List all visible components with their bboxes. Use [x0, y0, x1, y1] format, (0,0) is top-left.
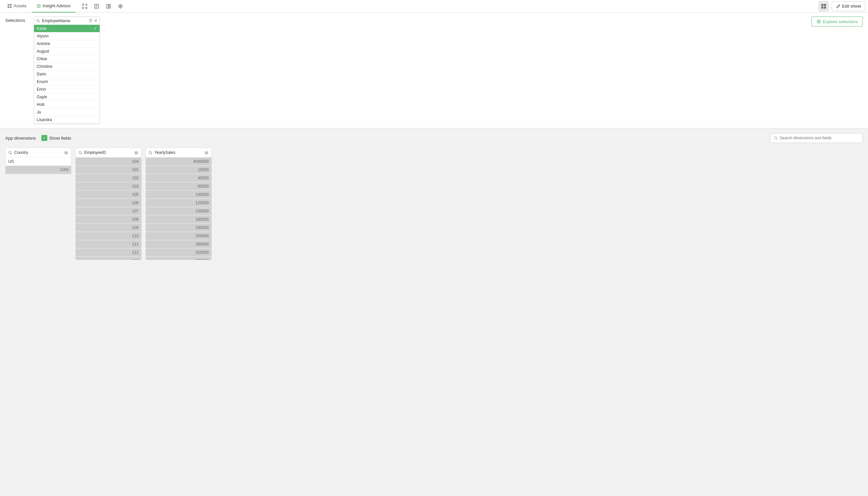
field-row[interactable]: 125000 — [146, 199, 211, 207]
field-row[interactable]: 108 — [76, 215, 141, 224]
field-row[interactable]: 40000 — [146, 174, 211, 182]
selection-item[interactable]: Alyson — [34, 32, 99, 40]
svg-rect-7 — [86, 4, 87, 5]
selection-item[interactable]: Erinn — [34, 86, 99, 93]
selection-item[interactable]: Kasie✓ — [34, 25, 99, 32]
svg-rect-20 — [821, 4, 823, 6]
field-row[interactable]: 100000 — [146, 190, 211, 199]
field-card-header: YearlySales — [146, 148, 211, 157]
field-row[interactable]: 112 — [76, 248, 141, 257]
grid-view-button[interactable] — [818, 1, 829, 12]
field-row[interactable]: 50000 — [146, 182, 211, 190]
field-card-header: EmployeeID — [76, 148, 141, 157]
svg-rect-1 — [10, 4, 12, 6]
field-row[interactable]: 113 — [76, 257, 141, 260]
selection-item[interactable]: Lisandra — [34, 116, 99, 124]
icon-btn-3[interactable] — [104, 2, 113, 11]
card-search-icon — [148, 150, 153, 155]
edit-icon — [836, 4, 840, 8]
field-card-body: USCAN — [6, 157, 71, 174]
field-row[interactable]: 190000 — [146, 224, 211, 232]
filter-search-icon — [36, 18, 40, 23]
svg-rect-11 — [107, 4, 108, 8]
svg-rect-8 — [82, 7, 84, 9]
field-row[interactable]: 107 — [76, 207, 141, 215]
selection-item[interactable]: Ja — [34, 109, 99, 116]
search-dimensions-icon — [774, 136, 778, 140]
topbar-icons — [80, 2, 125, 11]
field-card-menu-icon[interactable] — [134, 150, 139, 155]
edit-sheet-button[interactable]: Edit sheet — [832, 1, 865, 11]
selection-item[interactable]: Holli — [34, 101, 99, 109]
grid-icon — [821, 4, 826, 9]
explore-selections-label: Explore selections — [823, 19, 858, 24]
search-dimensions-input[interactable] — [780, 136, 859, 140]
icon-btn-4[interactable] — [116, 2, 125, 11]
selection-item[interactable]: Chloe — [34, 55, 99, 63]
selection-item[interactable]: Christine — [34, 63, 99, 71]
selection-item[interactable]: Enoch — [34, 78, 99, 86]
field-card-header: Country — [6, 148, 71, 157]
assets-icon — [7, 4, 12, 8]
field-row[interactable]: 4000000 — [146, 157, 211, 166]
field-row[interactable]: 104 — [76, 157, 141, 166]
field-card-title: Country — [14, 150, 62, 155]
selections-section: Selections EmployeeName ☰ ✕ Kasie✓Alyson… — [0, 13, 868, 128]
filter-title: EmployeeName — [42, 18, 87, 23]
field-row[interactable]: 325000 — [146, 248, 211, 257]
expand-icon — [94, 4, 99, 9]
svg-line-41 — [151, 153, 152, 154]
field-row[interactable]: 102 — [76, 174, 141, 182]
selection-item[interactable]: Darin — [34, 71, 99, 78]
svg-rect-13 — [109, 6, 110, 8]
field-card: CountryUSCAN — [5, 148, 72, 174]
svg-rect-6 — [82, 4, 84, 5]
show-fields-toggle[interactable]: ✓ Show fields — [41, 135, 71, 141]
svg-rect-21 — [824, 4, 826, 6]
field-row[interactable]: 350000 — [146, 257, 211, 260]
show-fields-label: Show fields — [49, 136, 71, 141]
field-row[interactable]: 106 — [76, 199, 141, 207]
svg-rect-22 — [821, 6, 823, 9]
field-row[interactable]: 110 — [76, 232, 141, 240]
tab-insight-advisor[interactable]: Insight Advisor — [32, 0, 75, 13]
insight-advisor-icon — [36, 4, 41, 8]
field-row[interactable]: 109 — [76, 224, 141, 232]
svg-rect-12 — [109, 4, 110, 6]
filter-list-icon[interactable]: ☰ — [89, 18, 93, 23]
field-row[interactable]: 103 — [76, 182, 141, 190]
filter-clear-icon[interactable]: ✕ — [94, 18, 98, 23]
icon-btn-1[interactable] — [80, 2, 89, 11]
icon-btn-2[interactable] — [92, 2, 101, 11]
field-row[interactable]: 250000 — [146, 232, 211, 240]
target-icon — [118, 4, 123, 9]
svg-rect-9 — [86, 7, 87, 9]
filter-icons: ☰ ✕ — [89, 18, 98, 23]
field-card: YearlySales40000001500040000500001000001… — [145, 148, 212, 260]
selections-label: Selections — [5, 17, 29, 23]
selection-item[interactable]: Antoine — [34, 40, 99, 48]
field-row[interactable]: 280000 — [146, 240, 211, 248]
field-row[interactable]: 105 — [76, 190, 141, 199]
svg-rect-3 — [10, 6, 12, 8]
selection-item[interactable]: Gayle — [34, 93, 99, 101]
tab-assets[interactable]: Assets — [3, 0, 31, 13]
explore-selections-button[interactable]: Explore selections — [811, 17, 863, 27]
field-row[interactable]: 101 — [76, 166, 141, 174]
field-row[interactable]: 111 — [76, 240, 141, 248]
field-row[interactable]: US — [6, 157, 71, 166]
svg-line-31 — [11, 153, 12, 154]
field-row[interactable]: CAN — [6, 166, 71, 174]
selection-item[interactable]: August — [34, 48, 99, 55]
field-row[interactable]: 15000 — [146, 166, 211, 174]
main-content: Selections EmployeeName ☰ ✕ Kasie✓Alyson… — [0, 13, 868, 496]
field-card-menu-icon[interactable] — [64, 150, 68, 155]
field-row[interactable]: 185000 — [146, 215, 211, 224]
search-dimensions-box[interactable] — [770, 133, 863, 143]
show-fields-checkbox[interactable]: ✓ — [41, 135, 47, 141]
dimensions-label: App dimensions — [5, 136, 36, 141]
field-row[interactable]: 150000 — [146, 207, 211, 215]
search-small-icon — [36, 19, 40, 23]
field-card-menu-icon[interactable] — [204, 150, 209, 155]
field-card-body: 4000000150004000050000100000125000150000… — [146, 157, 211, 260]
